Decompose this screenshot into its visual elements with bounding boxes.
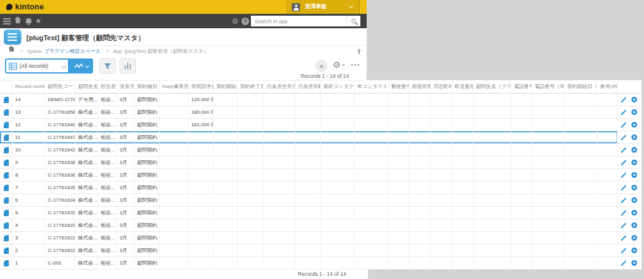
app-search-input[interactable] bbox=[251, 16, 346, 26]
record-doc-icon[interactable] bbox=[4, 134, 9, 141]
pin-icon[interactable] bbox=[357, 49, 361, 54]
help-icon[interactable]: ? bbox=[240, 14, 250, 28]
open-record-icon[interactable] bbox=[631, 97, 637, 102]
column-header[interactable]: 契約終了日 bbox=[238, 80, 264, 93]
column-header[interactable]: 電話番号 bbox=[511, 80, 532, 93]
kintone-logo[interactable]: kintone bbox=[6, 3, 44, 11]
table-row[interactable]: 2C-17761622...株式会...柏谷...3月顧問契約 bbox=[0, 244, 641, 257]
record-doc-icon[interactable] bbox=[4, 222, 9, 229]
open-record-icon[interactable] bbox=[631, 248, 637, 253]
record-doc-icon[interactable] bbox=[4, 97, 9, 103]
column-header[interactable]: 顧問先コード bbox=[45, 80, 75, 93]
view-selector[interactable]: (All records) bbox=[5, 58, 69, 74]
edit-record-icon[interactable] bbox=[621, 122, 626, 128]
column-header[interactable]: 年間請求合計 bbox=[189, 80, 214, 93]
column-header[interactable]: 顧問先名 bbox=[75, 80, 98, 93]
table-row[interactable]: 10C-17761642...株式会...柏谷...3月顧問契約 bbox=[0, 144, 641, 156]
table-row[interactable]: 8C-17761636...株式会...柏谷...3月顧問契約 bbox=[0, 169, 641, 182]
table-row[interactable]: 12C-17761649...株式会...柏谷...3月顧問契約181,000 … bbox=[0, 119, 641, 131]
column-header[interactable]: freee事業所番号 bbox=[160, 80, 189, 93]
hamburger-menu-icon[interactable] bbox=[1, 14, 13, 28]
column-header[interactable]: 顧問先名（フリガナ） bbox=[474, 80, 511, 93]
table-row[interactable]: 7C-17761635...株式会...柏谷...3月顧問契約 bbox=[0, 182, 641, 194]
record-doc-icon[interactable] bbox=[4, 122, 9, 128]
open-record-icon[interactable] bbox=[631, 210, 637, 216]
open-record-icon[interactable] bbox=[631, 197, 637, 203]
record-doc-icon[interactable] bbox=[4, 260, 9, 266]
edit-record-icon[interactable] bbox=[621, 147, 626, 153]
favorites-star-icon[interactable]: ★ bbox=[33, 14, 43, 28]
breadcrumb-space-link[interactable]: プラグイン検証スペース bbox=[44, 48, 101, 55]
record-doc-icon[interactable] bbox=[4, 160, 9, 166]
open-record-icon[interactable] bbox=[631, 160, 637, 165]
table-row[interactable]: 11C-17761647...株式会...柏谷...3月顧問契約 bbox=[0, 131, 641, 144]
column-header[interactable]: 担当者 bbox=[98, 80, 117, 93]
add-record-button[interactable]: + bbox=[315, 60, 328, 72]
column-header[interactable]: 町名番地 bbox=[452, 80, 474, 93]
table-row[interactable]: 14DEMO-1776...デモ用...柏谷...3月顧問契約120,000 円 bbox=[0, 94, 641, 106]
open-record-icon[interactable] bbox=[631, 235, 637, 241]
record-doc-icon[interactable] bbox=[4, 109, 9, 116]
record-doc-icon[interactable] bbox=[4, 185, 9, 191]
column-header[interactable]: 代表者年齢 bbox=[296, 80, 321, 93]
breadcrumb-home-icon[interactable] bbox=[8, 48, 14, 53]
table-row[interactable]: 9C-17761638...株式会...柏谷...3月顧問契約 bbox=[0, 156, 641, 169]
edit-record-icon[interactable] bbox=[621, 160, 626, 165]
open-record-icon[interactable] bbox=[631, 260, 637, 266]
column-header[interactable]: 郵便番号 bbox=[389, 80, 409, 93]
open-record-icon[interactable] bbox=[631, 122, 637, 128]
record-doc-icon[interactable] bbox=[4, 210, 9, 216]
column-header[interactable]: 代表者生年月日 bbox=[264, 80, 296, 93]
column-header[interactable]: 決算月 bbox=[117, 80, 135, 93]
edit-record-icon[interactable] bbox=[621, 248, 626, 253]
app-settings-button[interactable]: ⚙ bbox=[333, 60, 344, 70]
home-icon[interactable] bbox=[13, 14, 23, 28]
column-header[interactable]: 契約開始日 bbox=[214, 80, 238, 93]
user-menu[interactable]: 宮澤孝慈 bbox=[286, 0, 360, 14]
filter-button[interactable] bbox=[99, 58, 116, 74]
edit-record-icon[interactable] bbox=[621, 109, 626, 115]
record-doc-icon[interactable] bbox=[4, 197, 9, 204]
edit-record-icon[interactable] bbox=[621, 197, 626, 203]
table-row[interactable]: 4C-17761633...株式会...柏谷...3月顧問契約 bbox=[0, 219, 641, 232]
open-record-icon[interactable] bbox=[631, 185, 637, 190]
open-record-icon[interactable] bbox=[631, 222, 637, 228]
open-record-icon[interactable] bbox=[631, 147, 637, 153]
table-row[interactable]: 1C-001株式会...柏谷...3月顧問契約 bbox=[0, 257, 641, 270]
edit-record-icon[interactable] bbox=[621, 260, 626, 266]
search-button[interactable] bbox=[346, 16, 360, 26]
column-header[interactable]: Record number bbox=[13, 80, 45, 93]
edit-record-icon[interactable] bbox=[621, 172, 626, 178]
table-row[interactable]: 3C-17761622...株式会...柏谷...3月顧問契約 bbox=[0, 232, 641, 244]
edit-record-icon[interactable] bbox=[621, 222, 626, 228]
column-header[interactable]: 契約開始日（和暦） bbox=[565, 80, 597, 93]
edit-record-icon[interactable] bbox=[621, 185, 626, 190]
column-header[interactable]: 最終コンタクト日 bbox=[321, 80, 355, 93]
notifications-bell-icon[interactable] bbox=[24, 14, 33, 28]
record-doc-icon[interactable] bbox=[4, 147, 9, 153]
more-options-button[interactable]: ●●● bbox=[351, 63, 360, 67]
table-row[interactable]: 5C-17761633...株式会...柏谷...3月顧問契約 bbox=[0, 207, 641, 219]
column-header[interactable]: 市区町村 bbox=[431, 80, 452, 93]
open-record-icon[interactable] bbox=[631, 134, 637, 140]
edit-record-icon[interactable] bbox=[621, 235, 626, 241]
edit-record-icon[interactable] bbox=[621, 97, 626, 102]
open-record-icon[interactable] bbox=[631, 109, 637, 115]
column-header[interactable]: 契約種別 bbox=[135, 80, 160, 93]
table-row[interactable]: 6C-17761634...株式会...柏谷...3月顧問契約 bbox=[0, 194, 641, 207]
record-doc-icon[interactable] bbox=[4, 235, 9, 241]
column-header[interactable]: 電話番号（半角） bbox=[532, 80, 565, 93]
column-header[interactable]: 未コンタクト日数 bbox=[355, 80, 389, 93]
record-doc-icon[interactable] bbox=[4, 248, 9, 254]
app-icon[interactable] bbox=[4, 30, 21, 45]
record-doc-icon[interactable] bbox=[4, 172, 9, 178]
edit-record-icon[interactable] bbox=[621, 210, 626, 216]
chart-button[interactable] bbox=[119, 58, 136, 74]
graph-view-button[interactable] bbox=[69, 58, 93, 74]
open-record-icon[interactable] bbox=[631, 172, 637, 178]
column-header[interactable]: 都道府県 bbox=[409, 80, 431, 93]
column-header[interactable]: 参考URL bbox=[597, 80, 618, 93]
edit-record-icon[interactable] bbox=[621, 134, 626, 140]
table-row[interactable]: 13C-17761658...株式会...柏谷...3月顧問契約180,000 … bbox=[0, 106, 641, 119]
settings-gear-icon[interactable]: ⚙ bbox=[230, 14, 240, 28]
